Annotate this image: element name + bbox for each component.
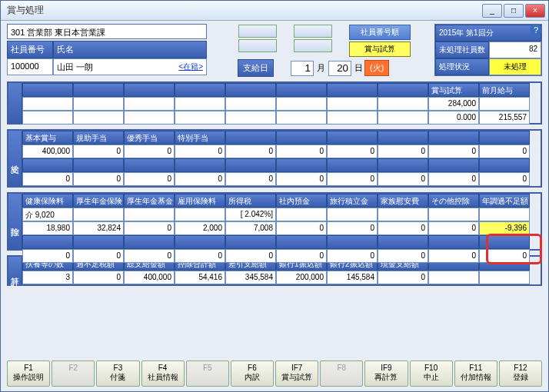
grid-cell[interactable]: 7,008 bbox=[225, 221, 276, 235]
grid-cell[interactable]: 200,000 bbox=[276, 271, 327, 284]
grid-cell[interactable]: 0 bbox=[124, 145, 175, 158]
grid-cell[interactable]: 介 9,020 bbox=[22, 208, 73, 221]
department-field[interactable]: 301 営業部 東日本営業課 bbox=[7, 24, 207, 39]
grid-cell[interactable]: 0 bbox=[225, 145, 276, 158]
close-button[interactable]: × bbox=[525, 4, 545, 18]
grid-cell[interactable]: 400,000 bbox=[22, 145, 73, 158]
grid-cell[interactable] bbox=[378, 97, 428, 111]
grid-cell[interactable]: 18,980 bbox=[22, 221, 73, 235]
grid-cell[interactable] bbox=[124, 97, 175, 111]
emp-id-field[interactable]: 100000 bbox=[7, 58, 53, 75]
fkey-if9[interactable]: IF9再計算 bbox=[364, 360, 408, 387]
grid-cell[interactable]: 0 bbox=[22, 249, 73, 263]
grid-cell[interactable]: 54,416 bbox=[175, 271, 225, 284]
grid-cell[interactable] bbox=[124, 111, 175, 125]
grid-cell[interactable]: 0 bbox=[276, 221, 327, 235]
grid-cell[interactable]: 0 bbox=[479, 145, 530, 158]
grid-cell[interactable]: 0 bbox=[378, 145, 428, 158]
grid-cell[interactable]: 0 bbox=[124, 172, 175, 186]
grid-cell[interactable] bbox=[327, 111, 378, 125]
grid-cell[interactable] bbox=[428, 271, 479, 284]
grid-cell[interactable]: 0.000 bbox=[428, 111, 479, 125]
grid-cell[interactable]: 0 bbox=[378, 172, 428, 186]
nav-next-button[interactable] bbox=[294, 25, 332, 38]
grid-cell[interactable] bbox=[327, 208, 378, 221]
grid-cell[interactable] bbox=[479, 97, 530, 111]
minimize-button[interactable]: _ bbox=[482, 4, 502, 18]
grid-cell[interactable]: 0 bbox=[378, 221, 428, 235]
emp-name-field[interactable]: 山田 一朗 <在籍> bbox=[53, 58, 207, 75]
grid-cell[interactable]: 0 bbox=[276, 249, 327, 263]
grid-cell[interactable]: 0 bbox=[327, 145, 378, 158]
grid-cell[interactable] bbox=[378, 208, 428, 221]
grid-cell[interactable]: 0 bbox=[276, 172, 327, 186]
grid-cell[interactable] bbox=[73, 111, 124, 125]
grid-cell[interactable]: 2,000 bbox=[175, 221, 225, 235]
grid-cell[interactable] bbox=[175, 111, 225, 125]
grid-cell[interactable]: 0 bbox=[327, 249, 378, 263]
fkey-if7[interactable]: IF7賞与試算 bbox=[275, 360, 318, 387]
grid-cell[interactable] bbox=[225, 111, 276, 125]
grid-cell[interactable]: 215,557 bbox=[479, 111, 530, 125]
grid-cell[interactable]: 0 bbox=[428, 145, 479, 158]
grid-cell[interactable]: 0 bbox=[276, 145, 327, 158]
grid-cell[interactable]: 145,584 bbox=[327, 271, 378, 284]
grid-cell[interactable] bbox=[124, 208, 175, 221]
grid-cell[interactable]: 345,584 bbox=[225, 271, 276, 284]
bonus-calc-button[interactable]: 賞与試算 bbox=[349, 42, 411, 57]
grid-cell[interactable]: 0 bbox=[22, 172, 73, 186]
grid-cell[interactable]: 0 bbox=[479, 249, 530, 263]
grid-cell[interactable]: 0 bbox=[73, 249, 124, 263]
nav-prev2-button[interactable] bbox=[238, 39, 277, 52]
paydate-month-input[interactable] bbox=[291, 61, 314, 76]
grid-cell[interactable]: 0 bbox=[124, 221, 175, 235]
grid-cell[interactable]: 32,824 bbox=[73, 221, 124, 235]
grid-cell[interactable]: 0 bbox=[428, 249, 479, 263]
enrollment-link[interactable]: <在籍> bbox=[178, 61, 203, 72]
grid-cell[interactable]: 0 bbox=[225, 172, 276, 186]
grid-cell[interactable] bbox=[225, 97, 276, 111]
grid-cell[interactable]: 0 bbox=[73, 145, 124, 158]
grid-cell[interactable]: 0 bbox=[124, 249, 175, 263]
grid-cell[interactable]: 0 bbox=[175, 249, 225, 263]
grid-cell[interactable] bbox=[73, 97, 124, 111]
grid-cell[interactable]: 0 bbox=[175, 145, 225, 158]
grid-cell[interactable]: 0 bbox=[327, 221, 378, 235]
grid-cell[interactable]: 0 bbox=[479, 172, 530, 186]
grid-cell[interactable] bbox=[175, 208, 225, 221]
grid-cell[interactable] bbox=[276, 208, 327, 221]
grid-cell[interactable] bbox=[22, 111, 73, 125]
year-adj-shortage-cell[interactable]: -9,396 bbox=[479, 221, 530, 235]
fkey-f11[interactable]: F11付加情報 bbox=[454, 360, 497, 387]
grid-cell[interactable]: 0 bbox=[175, 172, 225, 186]
nav-prev-button[interactable] bbox=[238, 25, 277, 38]
grid-cell[interactable] bbox=[175, 97, 225, 111]
fkey-f1[interactable]: F1操作説明 bbox=[7, 360, 50, 387]
fkey-f12[interactable]: F12登録 bbox=[499, 360, 542, 387]
grid-cell[interactable]: 0 bbox=[378, 249, 428, 263]
paydate-day-input[interactable] bbox=[328, 61, 351, 76]
grid-cell[interactable]: 284,000 bbox=[428, 97, 479, 111]
fkey-f4[interactable]: F4社員情報 bbox=[141, 360, 185, 387]
grid-cell[interactable] bbox=[276, 97, 327, 111]
grid-cell[interactable]: 0 bbox=[378, 271, 428, 284]
sort-order-button[interactable]: 社員番号順 bbox=[349, 25, 411, 40]
help-icon[interactable]: ? bbox=[530, 24, 542, 36]
grid-cell[interactable]: 400,000 bbox=[124, 271, 175, 284]
grid-cell[interactable]: 0 bbox=[73, 271, 124, 284]
grid-cell[interactable] bbox=[428, 208, 479, 221]
grid-cell[interactable]: 3 bbox=[22, 271, 73, 284]
fkey-f10[interactable]: F10中止 bbox=[410, 360, 453, 387]
grid-cell[interactable]: 0 bbox=[327, 172, 378, 186]
grid-cell[interactable] bbox=[378, 111, 428, 125]
grid-cell[interactable] bbox=[276, 111, 327, 125]
grid-cell[interactable]: 0 bbox=[428, 172, 479, 186]
maximize-button[interactable]: □ bbox=[504, 4, 524, 18]
grid-cell[interactable] bbox=[73, 208, 124, 221]
nav-next2-button[interactable] bbox=[294, 39, 332, 52]
grid-cell[interactable]: [ 2.042%] bbox=[225, 208, 276, 221]
grid-cell[interactable]: 0 bbox=[225, 249, 276, 263]
grid-cell[interactable] bbox=[22, 97, 73, 111]
grid-cell[interactable] bbox=[479, 208, 530, 221]
grid-cell[interactable]: 0 bbox=[73, 172, 124, 186]
